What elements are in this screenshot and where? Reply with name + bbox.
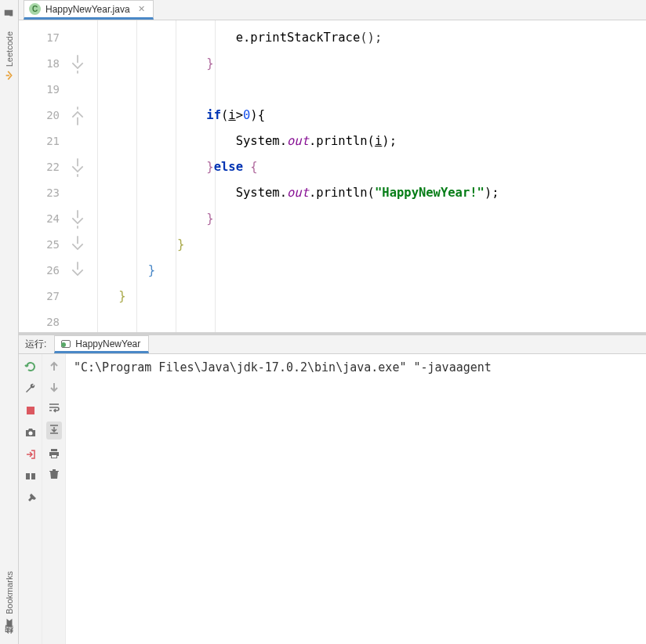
code-line: e.printStackTrace(); — [89, 25, 646, 51]
left-tool-rail: 项 Leetcode Bookmarks 结构 — [0, 0, 19, 644]
line-number: 28 — [19, 309, 60, 332]
code-line: } — [89, 284, 646, 309]
bookmarks-tool-button[interactable]: Bookmarks — [4, 571, 15, 628]
line-number-gutter: 17 18 19 20 21 22 23 24 25 26 27 28 — [19, 20, 66, 332]
svg-rect-3 — [31, 473, 35, 479]
code-editor[interactable]: 17 18 19 20 21 22 23 24 25 26 27 28 — [19, 20, 646, 332]
run-secondary-toolbar — [42, 354, 66, 644]
layout-icon[interactable] — [24, 470, 37, 483]
run-header-label: 运行: — [25, 338, 46, 351]
run-tab-name: HappyNewYear — [75, 338, 140, 349]
code-line: System.out.println("HappyNewYear!"); — [89, 180, 646, 206]
stop-icon[interactable] — [24, 404, 37, 417]
folder-icon — [4, 8, 15, 19]
print-icon[interactable] — [48, 447, 60, 460]
bookmark-icon — [4, 617, 15, 628]
code-line: if(i>0){ — [89, 103, 646, 128]
pin-icon[interactable] — [24, 492, 37, 505]
code-line — [89, 77, 646, 103]
code-line: } — [89, 232, 646, 258]
code-line: } — [89, 51, 646, 77]
leetcode-label: Leetcode — [5, 31, 14, 67]
line-number: 20 — [19, 103, 60, 128]
line-number: 27 — [19, 284, 60, 309]
code-line: }else { — [89, 154, 646, 180]
editor-tab[interactable]: C HappyNewYear.java ✕ — [24, 0, 154, 20]
console-text: "C:\Program Files\Java\jdk-17.0.2\bin\ja… — [74, 360, 492, 374]
fold-start-icon[interactable] — [66, 103, 89, 128]
exit-icon[interactable] — [24, 448, 37, 461]
line-number: 18 — [19, 51, 60, 77]
line-number: 24 — [19, 206, 60, 232]
line-number: 26 — [19, 258, 60, 284]
run-primary-toolbar — [19, 354, 42, 644]
svg-rect-0 — [27, 407, 34, 414]
camera-icon[interactable] — [24, 426, 37, 439]
svg-rect-4 — [52, 455, 56, 458]
line-number: 19 — [19, 77, 60, 103]
code-line: } — [89, 258, 646, 284]
code-area[interactable]: e.printStackTrace(); } if(i>0){ System.o… — [89, 20, 646, 332]
line-number: 17 — [19, 25, 60, 51]
line-number: 23 — [19, 180, 60, 206]
fold-gutter — [66, 20, 89, 332]
arrow-down-icon[interactable] — [48, 381, 60, 393]
line-number: 21 — [19, 128, 60, 154]
terminal-icon — [60, 338, 71, 349]
svg-rect-2 — [26, 473, 30, 479]
line-number: 22 — [19, 154, 60, 180]
fold-end-icon[interactable] — [66, 258, 89, 284]
leetcode-icon — [4, 70, 15, 81]
run-panel-header: 运行: HappyNewYear — [19, 335, 646, 354]
run-panel: "C:\Program Files\Java\jdk-17.0.2\bin\ja… — [19, 354, 646, 644]
editor-tabbar: C HappyNewYear.java ✕ — [19, 0, 646, 20]
scroll-to-end-button[interactable] — [46, 421, 62, 440]
fold-end-icon[interactable] — [66, 154, 89, 180]
java-class-icon: C — [29, 3, 41, 15]
editor-tab-filename: HappyNewYear.java — [45, 4, 130, 15]
soft-wrap-icon[interactable] — [48, 401, 60, 414]
wrench-icon[interactable] — [24, 382, 37, 395]
project-tool-button[interactable]: 项 — [3, 5, 15, 19]
bookmarks-label: Bookmarks — [5, 571, 14, 614]
fold-end-icon[interactable] — [66, 51, 89, 77]
rerun-icon[interactable] — [24, 360, 37, 373]
code-line: } — [89, 206, 646, 232]
close-icon[interactable]: ✕ — [138, 4, 145, 14]
code-line: System.out.println(i); — [89, 128, 646, 154]
trash-icon[interactable] — [48, 468, 60, 480]
run-tab[interactable]: HappyNewYear — [54, 335, 149, 353]
fold-end-icon[interactable] — [66, 206, 89, 232]
line-number: 25 — [19, 232, 60, 258]
arrow-up-icon[interactable] — [48, 360, 60, 373]
main-column: C HappyNewYear.java ✕ 17 18 19 20 21 22 … — [19, 0, 646, 644]
fold-end-icon[interactable] — [66, 232, 89, 258]
leetcode-tool-button[interactable]: Leetcode — [4, 31, 15, 81]
svg-point-1 — [28, 432, 32, 436]
console-output[interactable]: "C:\Program Files\Java\jdk-17.0.2\bin\ja… — [66, 354, 646, 644]
